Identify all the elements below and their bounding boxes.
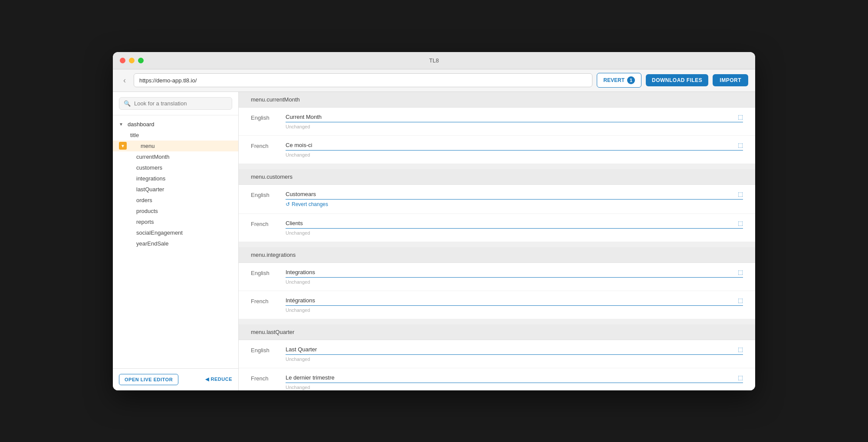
value-line: Customears ⬚: [286, 191, 743, 200]
tree-item-label: integrations: [136, 175, 165, 182]
open-live-editor-button[interactable]: OPEN LIVE EDITOR: [119, 374, 178, 385]
section-integrations: menu.integrations English Integrations ⬚…: [239, 247, 755, 319]
lang-label: French: [251, 297, 286, 304]
revert-changes-label: Revert changes: [292, 201, 328, 207]
tree-item-label: socialEngagement: [136, 229, 183, 236]
lang-value-wrap: Last Quarter ⬚ Unchanged: [286, 346, 743, 362]
tree-item-label: products: [136, 208, 158, 214]
section-header-currentMonth: menu.currentMonth: [239, 92, 755, 108]
lang-row-fr-integrations: French Intégrations ⬚ Unchanged: [239, 291, 755, 319]
value-line: Last Quarter ⬚: [286, 346, 743, 355]
section-gap: [239, 243, 755, 247]
search-input[interactable]: [134, 100, 227, 107]
translation-value: Clients: [286, 220, 733, 226]
lang-value-wrap: Customears ⬚ ↺ Revert changes: [286, 191, 743, 207]
lang-value-wrap: Intégrations ⬚ Unchanged: [286, 297, 743, 313]
maximize-button[interactable]: [138, 58, 144, 63]
section-gap: [239, 165, 755, 169]
tree-item-currentMonth[interactable]: currentMonth: [113, 151, 238, 162]
revert-changes-button[interactable]: ↺ Revert changes: [286, 201, 743, 207]
section-header-lastQuarter: menu.lastQuarter: [239, 324, 755, 340]
main-window: TL8 ‹ REVERT 1 DOWNLOAD FILES IMPORT 🔍 ▼: [113, 52, 755, 390]
url-bar[interactable]: [134, 73, 592, 87]
tree-item-orders[interactable]: orders: [113, 195, 238, 206]
external-link-icon[interactable]: ⬚: [738, 374, 743, 381]
translation-value: Intégrations: [286, 297, 733, 304]
tree-item-menu[interactable]: ▼ menu: [113, 141, 238, 151]
tree-item-socialEngagement[interactable]: socialEngagement: [113, 227, 238, 238]
revert-button[interactable]: REVERT 1: [597, 73, 641, 88]
external-link-icon[interactable]: ⬚: [738, 346, 743, 353]
window-title: TL8: [429, 57, 439, 64]
tree-item-reports[interactable]: reports: [113, 216, 238, 227]
tree-item-label: customers: [136, 164, 162, 171]
translation-value: Ce mois-ci: [286, 142, 733, 148]
tree-item-label: orders: [136, 197, 152, 203]
translation-value: Integrations: [286, 269, 733, 275]
tree-item-dashboard[interactable]: ▼ dashboard: [113, 119, 238, 130]
unchanged-status: Unchanged: [286, 152, 743, 157]
lang-row-fr-customers: French Clients ⬚ Unchanged: [239, 214, 755, 242]
tree-item-label: reports: [136, 219, 154, 225]
revert-badge: 1: [627, 76, 635, 84]
translation-value: Current Month: [286, 114, 733, 120]
external-link-icon[interactable]: ⬚: [738, 114, 743, 120]
download-files-button[interactable]: DOWNLOAD FILES: [646, 74, 708, 86]
value-line: Intégrations ⬚: [286, 297, 743, 306]
tree-item-products[interactable]: products: [113, 206, 238, 216]
tree-item-customers[interactable]: customers: [113, 162, 238, 173]
external-link-icon[interactable]: ⬚: [738, 297, 743, 304]
section-customers: menu.customers English Customears ⬚ ↺ Re…: [239, 169, 755, 242]
lang-value-wrap: Clients ⬚ Unchanged: [286, 220, 743, 236]
external-link-icon[interactable]: ⬚: [738, 191, 743, 197]
main-area: 🔍 ▼ dashboard title ▼: [113, 92, 755, 390]
translation-value: Customears: [286, 191, 733, 197]
lang-label: English: [251, 191, 286, 198]
lang-row-en-currentMonth: English Current Month ⬚ Unchanged: [239, 108, 755, 136]
lang-value-wrap: Current Month ⬚ Unchanged: [286, 114, 743, 129]
external-link-icon[interactable]: ⬚: [738, 142, 743, 148]
close-button[interactable]: [120, 58, 125, 63]
external-link-icon[interactable]: ⬚: [738, 269, 743, 275]
translation-row-integrations: English Integrations ⬚ Unchanged French: [239, 263, 755, 319]
tree-item-yearEndSale[interactable]: yearEndSale: [113, 238, 238, 249]
tree-item-label: lastQuarter: [136, 186, 164, 193]
lang-label: English: [251, 269, 286, 276]
toolbar: ‹ REVERT 1 DOWNLOAD FILES IMPORT: [113, 69, 755, 92]
tree-item-lastQuarter[interactable]: lastQuarter: [113, 184, 238, 195]
minimize-button[interactable]: [129, 58, 135, 63]
unchanged-status: Unchanged: [286, 308, 743, 313]
sidebar-footer: OPEN LIVE EDITOR ◀ REDUCE: [113, 368, 238, 390]
value-line: Integrations ⬚: [286, 269, 743, 278]
value-line: Clients ⬚: [286, 220, 743, 229]
translation-row-lastQuarter: English Last Quarter ⬚ Unchanged French: [239, 340, 755, 390]
chevron-down-icon: ▼: [121, 144, 125, 148]
lang-label: French: [251, 220, 286, 227]
search-input-wrap: 🔍: [119, 97, 232, 110]
section-gap: [239, 320, 755, 324]
tree-item-integrations[interactable]: integrations: [113, 173, 238, 184]
tree: ▼ dashboard title ▼ menu currentMonth: [113, 115, 238, 368]
import-button[interactable]: IMPORT: [713, 74, 748, 86]
back-button[interactable]: ‹: [120, 75, 129, 86]
chevron-down-icon: ▼: [119, 122, 125, 127]
tree-item-label: yearEndSale: [136, 240, 168, 247]
lang-label: English: [251, 114, 286, 121]
lang-label: English: [251, 346, 286, 354]
unchanged-status: Unchanged: [286, 124, 743, 129]
translation-value: Last Quarter: [286, 346, 733, 353]
lang-row-fr-lastQuarter: French Le dernier trimestre ⬚ Unchanged: [239, 368, 755, 390]
value-line: Current Month ⬚: [286, 114, 743, 122]
unchanged-status: Unchanged: [286, 279, 743, 285]
revert-icon: ↺: [286, 201, 290, 207]
tree-item-title[interactable]: title: [113, 130, 238, 141]
section-header-customers: menu.customers: [239, 169, 755, 185]
reduce-button[interactable]: ◀ REDUCE: [205, 377, 232, 382]
external-link-icon[interactable]: ⬚: [738, 220, 743, 226]
lang-value-wrap: Le dernier trimestre ⬚ Unchanged: [286, 374, 743, 390]
search-icon: 🔍: [124, 100, 131, 107]
lang-row-fr-currentMonth: French Ce mois-ci ⬚ Unchanged: [239, 136, 755, 164]
tree-item-label: menu: [130, 143, 155, 149]
translation-row-customers: English Customears ⬚ ↺ Revert changes: [239, 185, 755, 242]
menu-indicator: ▼: [119, 142, 127, 150]
